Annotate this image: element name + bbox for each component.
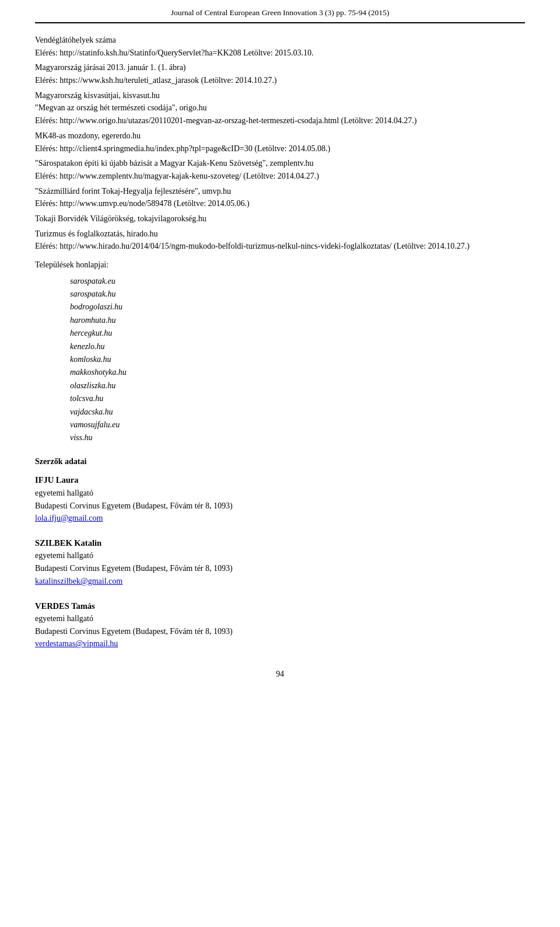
- ref-3-line-2: "Megvan az ország hét természeti csodája…: [35, 102, 525, 114]
- author-3-email[interactable]: verdestamas@vipmail.hu: [35, 639, 118, 648]
- authors-section-title: Szerzők adatai: [35, 455, 525, 468]
- settlements-list: sarospatak.eu sarospatak.hu bodrogolaszi…: [70, 275, 525, 445]
- ref-7-line-1: Tokaji Borvidék Világörökség, tokajvilag…: [35, 212, 525, 225]
- author-2-role: egyetemi hallgató: [35, 549, 525, 562]
- reference-2: Magyarország járásai 2013. január 1. (1.…: [35, 61, 525, 86]
- ref-5-line-2: Elérés: http://www.zemplentv.hu/magyar-k…: [35, 170, 525, 183]
- list-item: hercegkut.hu: [70, 327, 525, 340]
- ref-4-line-1: MK48-as mozdony, egererdo.hu: [35, 130, 525, 142]
- author-2-affiliation: Budapesti Corvinus Egyetem (Budapest, Fő…: [35, 562, 525, 575]
- list-item: vamosujfalu.eu: [70, 419, 525, 431]
- ref-4-line-2: Elérés: http://client4.springmedia.hu/in…: [35, 142, 525, 155]
- list-item: komloska.hu: [70, 353, 525, 366]
- author-1-affiliation: Budapesti Corvinus Egyetem (Budapest, Fő…: [35, 500, 525, 513]
- list-item: sarospatak.eu: [70, 275, 525, 288]
- list-item: bodrogolaszi.hu: [70, 301, 525, 313]
- author-2-name: SZILBEK Katalin: [35, 536, 525, 549]
- page-header: Journal of Central European Green Innova…: [35, 0, 525, 23]
- list-item: makkoshotyka.hu: [70, 366, 525, 379]
- ref-1-line-1: Vendéglátóhelyek száma: [35, 34, 525, 47]
- ref-6-line-2: Elérés: http://www.umvp.eu/node/589478 (…: [35, 197, 525, 210]
- list-item: haromhuta.hu: [70, 314, 525, 327]
- author-block-1: IFJU Laura egyetemi hallgató Budapesti C…: [35, 473, 525, 525]
- ref-5-line-1: "Sárospatakon építi ki újabb bázisát a M…: [35, 157, 525, 170]
- list-item: viss.hu: [70, 431, 525, 444]
- ref-1-line-2: Elérés: http://statinfo.ksh.hu/Statinfo/…: [35, 47, 525, 60]
- ref-8-line-2: Elérés: http://www.hirado.hu/2014/04/15/…: [35, 240, 525, 253]
- settlements-section: Települések honlapjai: sarospatak.eu sar…: [35, 259, 525, 445]
- authors-section: Szerzők adatai IFJU Laura egyetemi hallg…: [35, 455, 525, 650]
- author-1-email[interactable]: lola.ifju@gmail.com: [35, 514, 103, 522]
- list-item: sarospatak.hu: [70, 288, 525, 301]
- reference-8: Turizmus és foglalkoztatás, hirado.hu El…: [35, 228, 525, 253]
- ref-6-line-1: "Százmilliárd forint Tokaj-Hegyalja fejl…: [35, 185, 525, 198]
- reference-3: Magyarország kisvasútjai, kisvasut.hu "M…: [35, 89, 525, 127]
- author-3-affiliation: Budapesti Corvinus Egyetem (Budapest, Fő…: [35, 625, 525, 638]
- author-3-name: VERDES Tamás: [35, 600, 525, 612]
- author-1-name: IFJU Laura: [35, 473, 525, 486]
- author-block-3: VERDES Tamás egyetemi hallgató Budapesti…: [35, 600, 525, 651]
- author-3-role: egyetemi hallgató: [35, 612, 525, 625]
- ref-2-line-1: Magyarország járásai 2013. január 1. (1.…: [35, 61, 525, 74]
- author-2-email[interactable]: katalinszilbek@gmail.com: [35, 577, 123, 586]
- ref-2-line-2: Elérés: https://www.ksh.hu/teruleti_atla…: [35, 74, 525, 87]
- reference-7: Tokaji Borvidék Világörökség, tokajvilag…: [35, 212, 525, 225]
- list-item: vajdacska.hu: [70, 406, 525, 419]
- list-item: kenezlo.hu: [70, 340, 525, 353]
- page: Journal of Central European Green Innova…: [0, 0, 560, 927]
- page-number: 94: [35, 668, 525, 681]
- ref-3-line-1: Magyarország kisvasútjai, kisvasut.hu: [35, 89, 525, 102]
- reference-6: "Százmilliárd forint Tokaj-Hegyalja fejl…: [35, 185, 525, 210]
- author-block-2: SZILBEK Katalin egyetemi hallgató Budape…: [35, 536, 525, 588]
- reference-1: Vendéglátóhelyek száma Elérés: http://st…: [35, 34, 525, 59]
- main-content: Vendéglátóhelyek száma Elérés: http://st…: [35, 34, 525, 681]
- journal-title: Journal of Central European Green Innova…: [171, 8, 390, 17]
- ref-3-line-3: Elérés: http://www.origo.hu/utazas/20110…: [35, 114, 525, 127]
- author-1-role: egyetemi hallgató: [35, 487, 525, 500]
- ref-8-line-1: Turizmus és foglalkoztatás, hirado.hu: [35, 228, 525, 241]
- reference-4: MK48-as mozdony, egererdo.hu Elérés: htt…: [35, 130, 525, 155]
- list-item: tolcsva.hu: [70, 392, 525, 405]
- list-item: olaszliszka.hu: [70, 379, 525, 392]
- reference-5: "Sárospatakon építi ki újabb bázisát a M…: [35, 157, 525, 182]
- settlements-label: Települések honlapjai:: [35, 259, 525, 271]
